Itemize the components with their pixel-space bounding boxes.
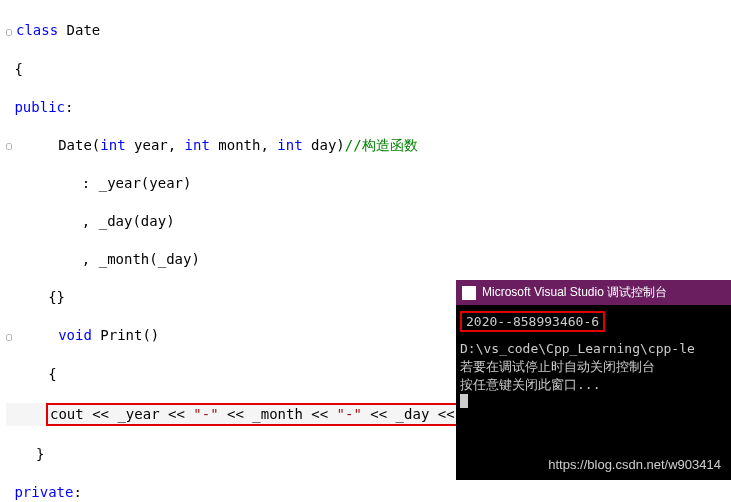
code-line: , _day(day)	[6, 212, 731, 231]
code-line: : _year(year)	[6, 174, 731, 193]
fold-icon[interactable]: ▢	[6, 327, 16, 346]
console-title-text: Microsoft Visual Studio 调试控制台	[482, 284, 667, 301]
watermark: https://blog.csdn.net/w903414	[548, 457, 721, 472]
code-line: , _month(_day)	[6, 250, 731, 269]
console-titlebar[interactable]: Microsoft Visual Studio 调试控制台	[456, 280, 731, 305]
console-body: 2020--858993460-6 D:\vs_code\Cpp_Learnin…	[456, 305, 731, 417]
console-message: 按任意键关闭此窗口...	[460, 376, 727, 394]
console-message: 若要在调试停止时自动关闭控制台	[460, 358, 727, 376]
console-icon	[462, 286, 476, 300]
fold-icon[interactable]: ▢	[6, 136, 16, 155]
highlight-box: cout << _year << "-" << _month << "-" <<…	[46, 403, 509, 426]
code-line: private:	[6, 483, 731, 502]
console-path: D:\vs_code\Cpp_Learning\cpp-le	[460, 340, 727, 358]
code-line: {	[6, 60, 731, 79]
fold-icon[interactable]: ▢	[6, 22, 16, 41]
debug-console[interactable]: Microsoft Visual Studio 调试控制台 2020--8589…	[456, 280, 731, 480]
cursor-icon	[460, 394, 468, 408]
code-line: ▢class Date	[6, 21, 731, 41]
code-line: ▢ Date(int year, int month, int day)//构造…	[6, 136, 731, 156]
console-output-highlighted: 2020--858993460-6	[460, 311, 605, 332]
console-text: D:\vs_code\Cpp_Learning\cpp-le 若要在调试停止时自…	[460, 340, 727, 413]
code-line: public:	[6, 98, 731, 117]
